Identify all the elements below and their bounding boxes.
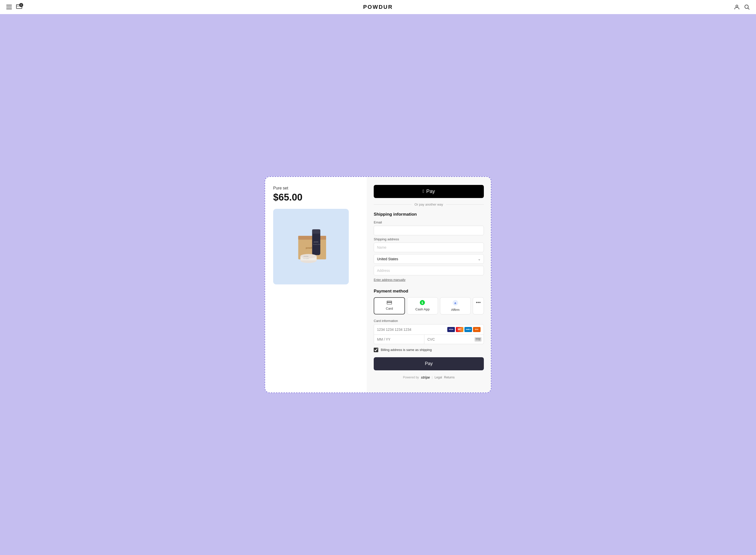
email-input[interactable] [374,226,484,235]
more-icon: ••• [476,300,481,305]
card-icon [387,300,392,306]
affirm-icon: a [453,300,458,307]
payment-method-title: Payment method [374,289,484,294]
more-payment-methods-button[interactable]: ••• [473,297,484,314]
svg-text:powdur: powdur [313,241,318,243]
shipping-section: Shipping information Email Shipping addr… [374,212,484,287]
mastercard-icon: MC [456,327,463,332]
visa-icon: VISA [447,327,455,332]
email-label: Email [374,220,484,224]
apple-icon:  [423,189,424,194]
svg-line-7 [748,8,749,9]
navbar-left: 0 [6,4,22,10]
svg-rect-0 [6,5,12,5]
payment-method-affirm[interactable]: a Affirm [440,297,471,314]
cart-icon[interactable]: 0 [16,4,22,10]
payment-method-cashapp[interactable]: $ Cash App [407,297,438,314]
billing-same-checkbox[interactable] [374,348,378,352]
svg-rect-29 [478,340,480,340]
card-brand-icons: VISA MC AMEX DSC [447,327,480,332]
svg-text:Extreme Pure: Extreme Pure [313,244,321,245]
payment-methods-row: Card $ Cash App [374,297,484,314]
navbar-right [734,4,750,10]
payment-divider: Or pay another way [374,203,484,206]
product-price: $65.00 [273,192,359,203]
svg-rect-2 [6,8,12,9]
divider-text: Or pay another way [415,203,443,206]
divider-left [374,204,412,205]
checkout-footer: Powered by stripe | Legal Returns [374,375,484,379]
product-title: Pure set [273,186,359,190]
product-image: powdur powdur Extreme Pure powdur Pure g… [273,209,349,285]
brand-logo: POWDUR [363,4,393,10]
menu-icon[interactable] [6,4,12,10]
cvc-section [424,335,484,344]
svg-text:$: $ [422,301,423,304]
svg-text:a: a [454,301,456,305]
returns-link[interactable]: Returns [444,376,455,379]
country-select-wrapper: United States ⌄ [374,254,484,264]
pay-button[interactable]: Pay [374,357,484,370]
expiry-input[interactable] [374,335,424,344]
user-icon[interactable] [734,4,740,10]
right-panel:  Pay Or pay another way Shipping inform… [367,177,491,392]
country-select[interactable]: United States [374,254,484,264]
svg-point-5 [736,5,738,7]
billing-same-label[interactable]: Billing address is same as shipping [381,348,432,352]
svg-rect-22 [387,302,392,303]
name-input[interactable] [374,243,484,252]
card-info-label: Card information [374,319,484,323]
cvc-input[interactable] [424,335,474,344]
card-number-row: VISA MC AMEX DSC [374,324,484,335]
address-input[interactable] [374,266,484,275]
navbar: 0 POWDUR [0,0,756,14]
stripe-logo: stripe [421,375,430,379]
search-icon[interactable] [744,4,750,10]
payment-section: Payment method Card [374,289,484,379]
powered-by-text: Powered by [403,376,419,379]
svg-text:powdur: powdur [303,255,308,257]
svg-rect-1 [6,7,12,7]
amex-icon: AMEX [464,327,472,332]
affirm-label: Affirm [451,308,460,312]
svg-rect-13 [312,229,320,234]
legal-link[interactable]: Legal [435,376,442,379]
main-content: Pure set $65.00 powdur powdur Extreme Pu… [0,14,756,555]
cashapp-icon: $ [420,300,425,306]
left-panel: Pure set $65.00 powdur powdur Extreme Pu… [265,177,367,392]
cart-count: 0 [19,3,23,7]
cvc-hint-icon [474,337,481,342]
svg-text:Pure glow: Pure glow [303,258,309,259]
shipping-title: Shipping information [374,212,484,217]
card-number-input[interactable] [377,328,447,332]
payment-method-card[interactable]: Card [374,297,405,314]
card-expiry-cvc-row [374,335,484,344]
cashapp-label: Cash App [415,307,429,311]
card-label: Card [386,307,393,310]
divider-right [446,204,484,205]
checkout-card: Pure set $65.00 powdur powdur Extreme Pu… [265,176,491,393]
svg-rect-28 [475,338,480,339]
enter-address-manually-link[interactable]: Enter address manually [374,278,406,282]
shipping-address-label: Shipping address [374,237,484,241]
apple-pay-label: Pay [426,188,435,194]
footer-divider: | [432,376,432,379]
billing-address-row: Billing address is same as shipping [374,348,484,352]
apple-pay-button[interactable]:  Pay [374,185,484,198]
discover-icon: DSC [473,327,480,332]
